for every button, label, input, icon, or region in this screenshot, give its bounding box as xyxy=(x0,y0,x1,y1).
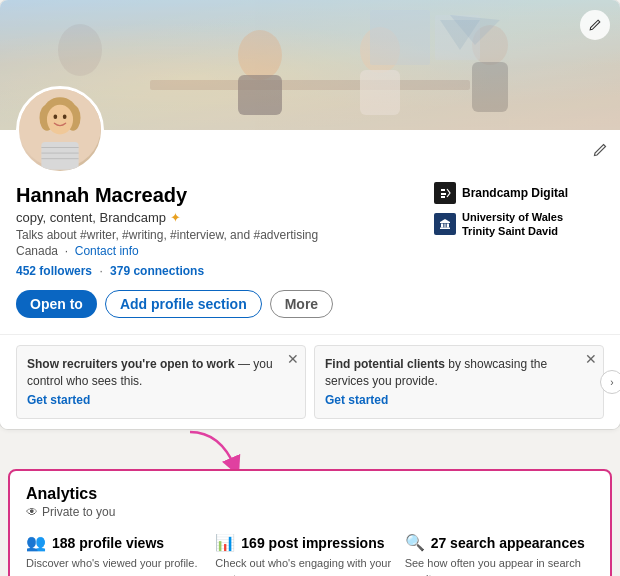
analytics-title: Analytics xyxy=(26,485,594,503)
banner-get-started-2[interactable]: Get started xyxy=(325,392,575,409)
open-to-button[interactable]: Open to xyxy=(16,290,97,318)
pencil-edit-icon xyxy=(592,142,608,158)
pencil-icon xyxy=(588,18,602,32)
svg-rect-24 xyxy=(441,224,443,228)
profile-card: Hannah Macready copy, content, Brandcamp… xyxy=(0,0,620,429)
profile-section: Hannah Macready copy, content, Brandcamp… xyxy=(0,130,620,334)
avatar-wrapper xyxy=(16,86,104,174)
banner-get-started-1[interactable]: Get started xyxy=(27,392,277,409)
svg-point-19 xyxy=(63,114,67,119)
premium-star: ✦ xyxy=(170,210,181,225)
more-button[interactable]: More xyxy=(270,290,333,318)
edit-profile-button[interactable] xyxy=(592,142,608,161)
banners-row: Show recruiters you're open to work — yo… xyxy=(0,334,620,429)
university-logo xyxy=(434,213,456,235)
private-icon: 👁 xyxy=(26,505,38,519)
org-item-university[interactable]: University of Wales Trinity Saint David xyxy=(434,210,604,239)
banner-find-clients: Find potential clients by showcasing the… xyxy=(314,345,604,419)
profile-name: Hannah Macready xyxy=(16,182,434,208)
search-appearances-icon: 🔍 xyxy=(405,533,425,552)
svg-rect-5 xyxy=(360,70,400,115)
svg-point-18 xyxy=(53,114,57,119)
banner-close-2[interactable]: ✕ xyxy=(585,352,597,366)
brandcamp-logo xyxy=(434,182,456,204)
analytics-stats-grid: 👥 188 profile views Discover who's viewe… xyxy=(26,533,594,576)
svg-point-8 xyxy=(58,24,102,76)
analytics-stat-search-appearances[interactable]: 🔍 27 search appearances See how often yo… xyxy=(405,533,594,576)
followers-link[interactable]: 452 followers xyxy=(16,264,92,278)
org-name-brandcamp: Brandcamp Digital xyxy=(462,186,568,200)
avatar-image xyxy=(19,86,101,171)
arrow-annotation-area xyxy=(0,437,620,469)
svg-point-17 xyxy=(47,105,73,135)
banner-open-to-work-text: Show recruiters you're open to work — yo… xyxy=(27,356,277,390)
analytics-stat-post-impressions[interactable]: 📊 169 post impressions Check out who's e… xyxy=(215,533,404,576)
analytics-stat-profile-views[interactable]: 👥 188 profile views Discover who's viewe… xyxy=(26,533,215,576)
followers-row: 452 followers · 379 connections xyxy=(16,264,604,278)
profile-views-desc: Discover who's viewed your profile. xyxy=(26,556,207,571)
banner-close-1[interactable]: ✕ xyxy=(287,352,299,366)
profile-views-value: 188 profile views xyxy=(52,535,164,551)
profile-views-icon: 👥 xyxy=(26,533,46,552)
banner-open-to-work: Show recruiters you're open to work — yo… xyxy=(16,345,306,419)
svg-rect-27 xyxy=(440,228,450,230)
svg-rect-25 xyxy=(447,224,449,228)
organizations: Brandcamp Digital University of Wales Tr… xyxy=(434,182,604,239)
analytics-subtitle: 👁 Private to you xyxy=(26,505,594,519)
svg-rect-9 xyxy=(370,10,430,65)
post-impressions-icon: 📊 xyxy=(215,533,235,552)
search-appearances-value: 27 search appearances xyxy=(431,535,585,551)
banner-bold-text-1: Show recruiters you're open to work xyxy=(27,357,235,371)
talks-about: Talks about #writer, #writing, #intervie… xyxy=(16,228,434,242)
banner-find-clients-text: Find potential clients by showcasing the… xyxy=(325,356,575,390)
profile-tagline: copy, content, Brandcamp ✦ xyxy=(16,210,434,225)
org-item-brandcamp[interactable]: Brandcamp Digital xyxy=(434,182,604,204)
svg-rect-7 xyxy=(472,62,508,112)
search-appearances-desc: See how often you appear in search resul… xyxy=(405,556,586,576)
svg-point-2 xyxy=(238,30,282,80)
svg-rect-3 xyxy=(238,75,282,115)
banner-next-arrow[interactable]: › xyxy=(600,370,620,394)
post-impressions-desc: Check out who's engaging with your posts… xyxy=(215,556,396,576)
location: Canada · Contact info xyxy=(16,244,434,258)
edit-cover-button[interactable] xyxy=(580,10,610,40)
avatar xyxy=(16,86,104,174)
svg-rect-20 xyxy=(41,142,78,170)
svg-rect-26 xyxy=(444,224,447,228)
banner-bold-text-2: Find potential clients xyxy=(325,357,445,371)
add-profile-section-button[interactable]: Add profile section xyxy=(105,290,262,318)
post-impressions-value: 169 post impressions xyxy=(241,535,384,551)
connections-link[interactable]: 379 connections xyxy=(110,264,204,278)
org-name-university: University of Wales Trinity Saint David xyxy=(462,210,592,239)
name-row: Hannah Macready copy, content, Brandcamp… xyxy=(16,182,604,258)
svg-rect-1 xyxy=(150,80,470,90)
analytics-card: Analytics 👁 Private to you 👥 188 profile… xyxy=(8,469,612,576)
contact-info-link[interactable]: Contact info xyxy=(75,244,139,258)
name-info: Hannah Macready copy, content, Brandcamp… xyxy=(16,182,434,258)
action-buttons: Open to Add profile section More xyxy=(16,290,604,318)
